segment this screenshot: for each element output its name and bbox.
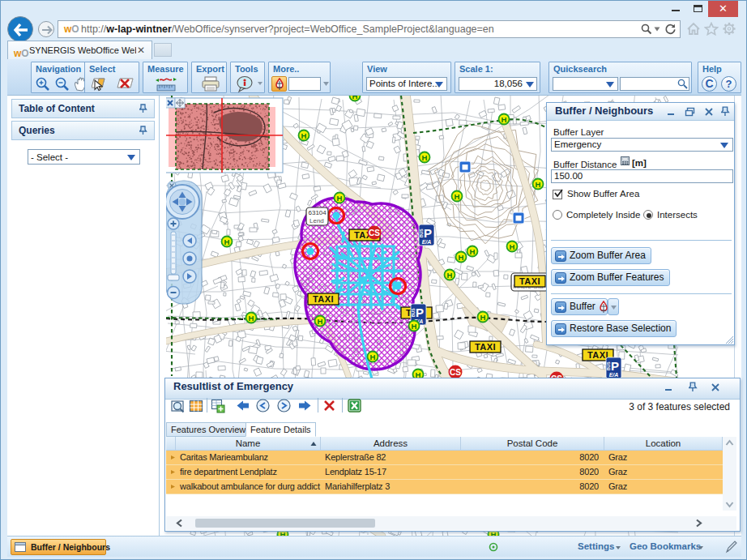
svg-text:P: P [424, 226, 432, 240]
svg-text:H: H [224, 237, 230, 246]
svg-text:Lend: Lend [309, 217, 324, 224]
svg-text:TAXI: TAXI [519, 276, 540, 286]
svg-text:H: H [455, 192, 460, 201]
svg-text:H: H [412, 322, 417, 331]
svg-text:H: H [459, 253, 464, 262]
svg-text:BUS: BUS [411, 308, 416, 317]
svg-text:H: H [536, 180, 541, 189]
svg-text:H: H [370, 353, 376, 361]
svg-text:H: H [249, 314, 254, 323]
svg-text:E/A: E/A [609, 372, 619, 378]
svg-text:H: H [352, 96, 358, 100]
svg-text:BUS: BUS [419, 229, 424, 237]
svg-text:H: H [301, 131, 307, 140]
svg-text:H: H [422, 153, 428, 162]
svg-text:63104: 63104 [309, 209, 327, 216]
svg-text:H: H [470, 247, 476, 256]
svg-text:H: H [510, 242, 515, 251]
svg-text:H: H [447, 271, 453, 280]
svg-text:H: H [502, 115, 507, 124]
svg-text:TAXI: TAXI [587, 350, 608, 360]
svg-text:E/A: E/A [422, 239, 432, 245]
svg-text:CS: CS [450, 368, 461, 377]
svg-text:TAXI: TAXI [313, 294, 334, 304]
svg-text:H: H [318, 317, 323, 326]
svg-text:CS: CS [369, 229, 380, 237]
svg-text:TAXI: TAXI [475, 342, 496, 352]
svg-text:P: P [416, 306, 424, 319]
svg-text:P: P [611, 359, 619, 373]
svg-text:H: H [480, 313, 486, 322]
svg-text:BUS: BUS [606, 361, 611, 370]
svg-text:H: H [337, 194, 343, 203]
